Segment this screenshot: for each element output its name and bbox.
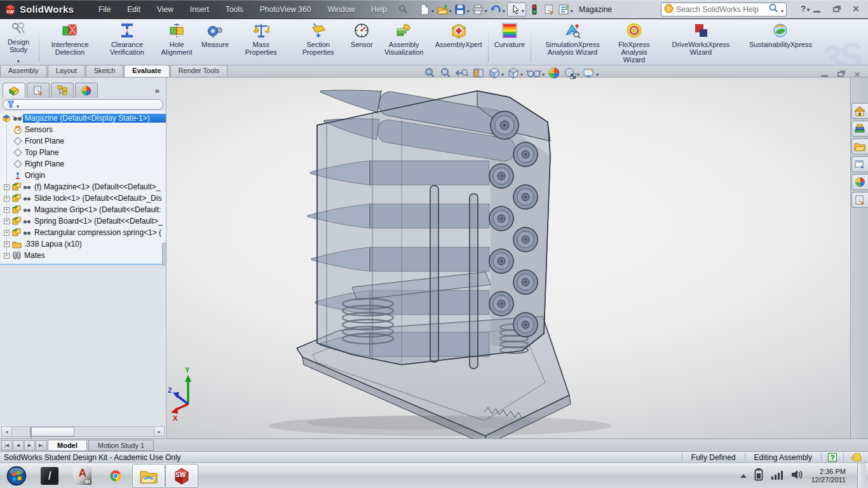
expand-icon[interactable] [4,207,10,213]
design-library-tab[interactable] [851,121,868,137]
dropdown-caret[interactable] [467,4,470,15]
scroll-right-button[interactable] [154,427,164,437]
tags-button[interactable] [843,453,868,462]
design-study-caret[interactable] [17,54,20,65]
scrollbar-thumb[interactable] [30,427,74,437]
show-desktop-button[interactable] [857,463,865,488]
save-button[interactable] [454,3,470,16]
battery-icon[interactable] [754,468,763,484]
tree-item-origin[interactable]: Origin [0,170,166,181]
doc-restore-button[interactable] [835,69,846,78]
ribbon-button-curvature[interactable]: Curvature [491,19,529,65]
zoom-to-area-button[interactable] [439,67,452,79]
search-icon[interactable] [397,3,409,16]
tab-sketch[interactable]: Sketch [86,65,124,77]
previous-view-button[interactable] [455,67,469,79]
tab-assembly[interactable]: Assembly [0,65,47,77]
quick-tips-help-button[interactable] [821,453,843,462]
menu-window[interactable]: Window [319,2,363,17]
start-button[interactable] [0,464,33,488]
expand-icon[interactable] [4,219,10,224]
tab-model[interactable]: Model [48,440,87,451]
open-document-button[interactable] [436,3,452,16]
minimize-button[interactable] [810,3,824,15]
tab-evaluate[interactable]: Evaluate [124,65,169,77]
zoom-to-fit-button[interactable] [423,67,436,79]
panel-overflow-chevron[interactable]: » [155,86,159,95]
next-tab-button[interactable] [24,440,35,451]
tree-item-right-plane[interactable]: Right Plane [0,158,166,170]
doc-close-button[interactable] [851,69,863,78]
displaymanager-tab[interactable] [75,83,98,98]
tab-motion-study-1[interactable]: Motion Study 1 [88,440,154,451]
menu-photoview-360[interactable]: PhotoView 360 [252,2,320,17]
menu-insert[interactable]: Insert [182,2,217,17]
restore-button[interactable] [829,3,843,15]
clock[interactable]: 2:36 PM 12/27/2011 [811,468,850,484]
graphics-viewport[interactable]: Y Z X [166,78,868,438]
ribbon-button-assemblyxpert[interactable]: AssemblyXpert [431,19,486,65]
help-search-input[interactable] [676,5,766,14]
help-search-box[interactable]: ? [661,3,787,17]
tree-item-slide-lock[interactable]: Slide lock<1> (Default<<Default>_Dis [0,193,166,204]
search-scope-caret[interactable] [781,4,783,15]
rebuild-button[interactable] [528,3,541,16]
ribbon-button-interference-detection[interactable]: Interference Detection [41,19,98,65]
dropdown-caret[interactable] [520,67,523,79]
taskbar-chrome[interactable] [99,464,132,488]
ribbon-button-driveworksxpress[interactable]: DriveWorksXpress Wizard [656,19,745,65]
menu-edit[interactable]: Edit [119,2,149,17]
search-magnifier-icon[interactable] [768,3,778,16]
tree-filter-box[interactable] [3,99,163,110]
tab-layout[interactable]: Layout [48,65,85,77]
print-button[interactable] [471,3,487,16]
filter-caret[interactable] [17,99,19,111]
ribbon-button-measure[interactable]: Measure [198,19,233,65]
network-signal-icon[interactable] [771,469,783,483]
view-palette-tab[interactable] [851,156,868,172]
menu-view[interactable]: View [149,2,182,17]
ribbon-button-sensor[interactable]: Sensor [347,19,377,65]
appearances-scenes-tab[interactable] [851,174,868,190]
menu-help[interactable]: Help [363,2,395,17]
tree-item-front-plane[interactable]: Front Plane [0,135,166,147]
ribbon-button-hole-alignment[interactable]: Hole Alignment [156,19,198,65]
tree-item-mates[interactable]: Mates [0,250,166,261]
ribbon-button-clearance-verification[interactable]: Clearance Verification [98,19,156,65]
expand-icon[interactable] [4,184,10,190]
ribbon-button-design-study[interactable]: Design Study [0,19,37,65]
tree-item-top-plane[interactable]: Top Plane [0,147,166,158]
ribbon-button-simulationxpress[interactable]: SimulationXpress Analysis Wizard [533,19,612,65]
tree-root-magazine[interactable]: Magazine (Default<Display State-1>) [3,112,166,124]
undo-button[interactable] [489,3,505,16]
dropdown-caret[interactable] [501,67,504,79]
ribbon-button-section-properties[interactable]: Section Properties [290,19,347,65]
propertymanager-tab[interactable] [27,83,50,98]
expand-icon[interactable] [4,196,10,201]
tree-item-compression-spring[interactable]: Rectangular compression spring<1> ( [0,227,166,238]
hide-show-items-button[interactable] [526,67,545,79]
volume-icon[interactable] [791,469,804,483]
new-document-button[interactable] [418,3,434,16]
scroll-left-button[interactable] [2,427,12,437]
taskbar-autodesk-inventor[interactable] [33,464,66,488]
solidworks-resources-home-tab[interactable] [851,103,868,119]
dropdown-caret[interactable] [431,4,434,15]
tree-item-sensors[interactable]: Sensors [0,124,166,135]
taskbar-windows-explorer[interactable] [132,464,165,488]
dropdown-caret[interactable] [577,67,580,79]
custom-properties-tab[interactable] [851,192,868,208]
hidden-icons-chevron[interactable] [740,474,747,478]
tab-render-tools[interactable]: Render Tools [170,65,228,77]
file-properties-button[interactable] [543,3,555,16]
ribbon-button-mass-properties[interactable]: Mass Properties [233,19,290,65]
panel-splitter-handle[interactable] [162,243,166,266]
taskbar-autocad-mechanical[interactable] [66,464,99,488]
view-settings-button[interactable] [583,67,599,79]
doc-minimize-button[interactable] [818,69,830,78]
expand-icon[interactable] [4,230,10,236]
tree-item-magazine-grip[interactable]: Magazine Grip<1> (Default<<Default: [0,204,166,215]
dropdown-caret[interactable] [485,4,487,15]
section-view-button[interactable] [472,67,485,79]
expand-icon[interactable] [4,253,10,259]
